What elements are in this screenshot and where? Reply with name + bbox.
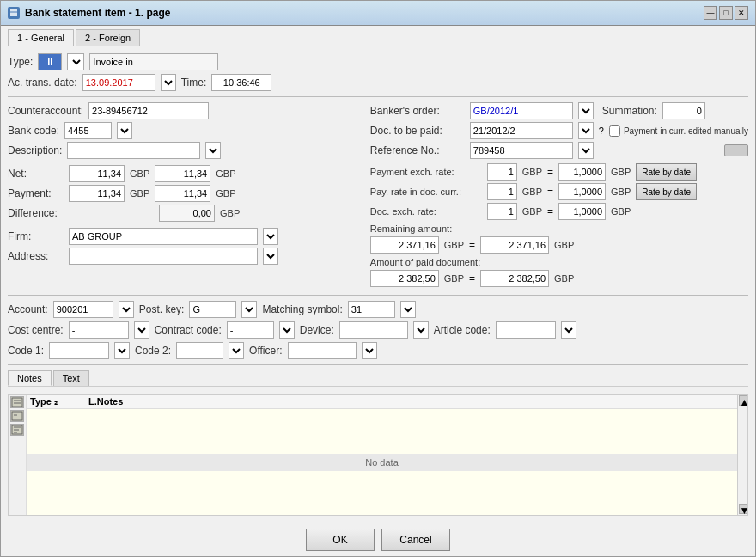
address-dropdown[interactable]: ▼	[263, 248, 278, 265]
bankers-order-label: Banker's order:	[370, 105, 465, 117]
payment-input2[interactable]: 11,34	[155, 185, 210, 202]
code1-input[interactable]	[49, 342, 109, 359]
summation-input[interactable]: 0	[662, 102, 705, 119]
close-button[interactable]: ✕	[735, 6, 748, 20]
doc-to-be-paid-row: Doc. to be paid: 21/2012/2 ▼ ? Payment i…	[370, 122, 748, 139]
description-dropdown[interactable]: ▼	[205, 142, 221, 159]
matching-symbol-input[interactable]: 31	[348, 301, 395, 318]
bank-code-dropdown[interactable]: ▼	[117, 122, 132, 139]
article-code-dropdown[interactable]: ▼	[561, 321, 576, 339]
reference-no-input[interactable]: 789458	[470, 142, 573, 159]
window-title: Bank statement item - 1. page	[25, 7, 170, 19]
payment-exch-eq: =	[547, 166, 553, 178]
net-input1[interactable]: 11,34	[69, 165, 125, 182]
officer-dropdown[interactable]: ▼	[362, 342, 377, 359]
title-bar-controls: — □ ✕	[704, 6, 748, 20]
type-select[interactable]: ▼	[67, 53, 84, 70]
bottom-tab-notes[interactable]: Notes	[8, 370, 52, 386]
device-input[interactable]	[339, 321, 408, 339]
code1-dropdown[interactable]: ▼	[114, 342, 130, 359]
notes-scrollbar[interactable]: ▲ ▼	[737, 395, 747, 515]
description-input[interactable]	[67, 142, 200, 159]
contract-code-input[interactable]: -	[227, 321, 274, 339]
pay-rate-val2[interactable]: 1,0000	[558, 183, 606, 200]
payment-input1[interactable]: 11,34	[69, 185, 125, 202]
post-key-dropdown[interactable]: ▼	[241, 301, 257, 318]
rate-by-date-btn2[interactable]: Rate by date	[636, 183, 697, 200]
matching-symbol-dropdown[interactable]: ▼	[400, 301, 416, 318]
remaining-amount-row: 2 371,16 GBP = 2 371,16 GBP	[370, 236, 748, 254]
note-icon-1[interactable]	[10, 396, 24, 408]
svg-rect-0	[10, 9, 17, 16]
doc-to-be-paid-input[interactable]: 21/2012/2	[470, 122, 573, 139]
notes-table-header: Type ₂ L.Notes	[27, 395, 737, 409]
bankers-order-input[interactable]: GB/2012/1	[470, 102, 573, 119]
main-tabs: 1 - General 2 - Foreign	[1, 26, 755, 46]
bank-code-label: Bank code:	[8, 125, 59, 137]
scroll-up[interactable]: ▲	[739, 395, 747, 406]
contract-code-dropdown[interactable]: ▼	[279, 321, 295, 339]
amount-paid-val2: 2 382,50	[480, 270, 549, 287]
payment-exch-val1[interactable]: 1	[487, 163, 517, 181]
bottom-tab-text[interactable]: Text	[53, 370, 89, 386]
address-input[interactable]	[69, 248, 258, 265]
counteraccount-input[interactable]: 23-89456712	[88, 102, 209, 119]
account-dropdown[interactable]: ▼	[119, 301, 134, 318]
ac-trans-date-input[interactable]: 13.09.2017	[82, 74, 155, 91]
rate-by-date-btn1[interactable]: Rate by date	[636, 163, 697, 181]
payment-toggle[interactable]	[724, 144, 748, 156]
scroll-track	[738, 407, 747, 503]
title-bar: Bank statement item - 1. page — □ ✕	[1, 1, 755, 26]
device-dropdown[interactable]: ▼	[413, 321, 429, 339]
code2-input[interactable]	[176, 342, 223, 359]
cost-centre-dropdown[interactable]: ▼	[134, 321, 149, 339]
ok-button[interactable]: OK	[306, 529, 375, 551]
date-dropdown[interactable]: ▼	[161, 74, 176, 91]
bank-code-input[interactable]: 4455	[64, 122, 112, 139]
firm-dropdown[interactable]: ▼	[263, 228, 278, 245]
net-currency1: GBP	[130, 168, 149, 179]
cost-centre-input[interactable]: -	[69, 321, 129, 339]
doc-exch-rate-label: Doc. exch. rate:	[370, 206, 482, 217]
minimize-button[interactable]: —	[704, 6, 717, 20]
tab-foreign[interactable]: 2 - Foreign	[76, 29, 140, 46]
window-icon	[8, 7, 20, 19]
note-icon-2[interactable]	[10, 410, 24, 422]
doc-exch-val2[interactable]: 1,0000	[558, 203, 606, 220]
bankers-order-dropdown[interactable]: ▼	[578, 102, 594, 119]
type-row: Type: II ▼ Invoice in	[8, 53, 748, 70]
payment-exch-cur2: GBP	[611, 167, 631, 177]
article-code-input[interactable]	[496, 321, 556, 339]
payment-exch-val2[interactable]: 1,0000	[558, 163, 606, 181]
device-label: Device:	[300, 324, 334, 336]
firm-input[interactable]: AB GROUP	[69, 228, 258, 245]
pay-rate-val1[interactable]: 1	[487, 183, 517, 200]
matching-symbol-label: Matching symbol:	[262, 303, 342, 315]
account-input[interactable]: 900201	[53, 301, 113, 318]
tab-general[interactable]: 1 - General	[8, 29, 74, 46]
payment-curr-checkbox[interactable]	[609, 125, 620, 137]
reference-no-dropdown[interactable]: ▼	[578, 142, 594, 159]
svg-rect-2	[12, 398, 22, 407]
account-label: Account:	[8, 303, 48, 315]
doc-exch-eq: =	[547, 205, 553, 217]
doc-exch-val1[interactable]: 1	[487, 203, 517, 220]
net-input2[interactable]: 11,34	[155, 165, 210, 182]
counteraccount-row: Counteraccount: 23-89456712	[8, 102, 362, 119]
post-key-input[interactable]: G	[189, 301, 236, 318]
footer-buttons: OK Cancel	[1, 523, 755, 556]
reference-no-label: Reference No.:	[370, 144, 465, 156]
officer-input[interactable]	[288, 342, 357, 359]
net-label: Net:	[8, 168, 64, 180]
remaining-cur2: GBP	[554, 240, 574, 250]
type-input[interactable]: II	[38, 53, 62, 70]
scroll-down[interactable]: ▼	[739, 504, 747, 514]
note-icon-3[interactable]	[10, 424, 24, 436]
payment-exch-rate-row: Payment exch. rate: 1 GBP = 1,0000 GBP R…	[370, 163, 748, 181]
doc-to-be-paid-dropdown[interactable]: ▼	[578, 122, 594, 139]
maximize-button[interactable]: □	[719, 6, 733, 20]
code2-dropdown[interactable]: ▼	[229, 342, 244, 359]
time-input[interactable]: 10:36:46	[211, 74, 271, 91]
bottom-tabs: Notes Text	[8, 370, 748, 387]
cancel-button[interactable]: Cancel	[381, 529, 450, 551]
